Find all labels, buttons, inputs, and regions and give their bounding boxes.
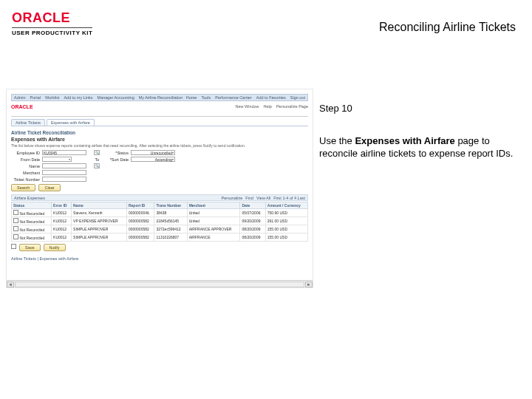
nav-link[interactable]: Sign out <box>290 95 305 100</box>
nav-link[interactable]: Tools <box>201 95 211 100</box>
tab-airline-tickets[interactable]: Airline Tickets <box>11 119 45 126</box>
employee-id-field[interactable]: KU0045 <box>42 150 86 155</box>
personalize-link[interactable]: Personalize <box>222 196 243 200</box>
sub-bar <box>11 112 308 117</box>
notify-button[interactable]: Notify <box>44 244 66 251</box>
cell: 0000000582 <box>126 217 154 225</box>
th-name[interactable]: Name <box>72 202 127 209</box>
inner-page-heading: Expenses with Airfare <box>11 137 308 142</box>
cell: 0000000582 <box>126 225 154 233</box>
nav-link[interactable]: Add to my Links <box>64 95 92 100</box>
mini-link[interactable]: Personalize Page <box>276 104 308 109</box>
product-subtitle: USER PRODUCTIVITY KIT <box>12 27 92 36</box>
row-checkbox[interactable] <box>13 210 18 215</box>
instruction-text: Use the Expenses with Airfare page to re… <box>319 134 517 160</box>
mini-link[interactable]: Help <box>264 104 272 109</box>
th-status[interactable]: Status <box>12 202 52 209</box>
brand-block: ORACLE USER PRODUCTIVITY KIT <box>12 10 92 36</box>
cell: 05/07/2006 <box>240 209 265 217</box>
row-checkbox[interactable] <box>13 226 18 231</box>
cell: 11310226807 <box>154 233 187 242</box>
label-name: Name <box>11 164 42 168</box>
select-all-checkbox[interactable] <box>11 244 16 249</box>
status-select[interactable]: Unreconciled <box>131 150 175 155</box>
cell: KU0012 <box>52 233 72 242</box>
th-date[interactable]: Date <box>240 202 265 209</box>
cell: 21845d56145 <box>154 217 187 225</box>
nav-link[interactable]: Add to Favorites <box>256 95 286 100</box>
merchant-field[interactable] <box>42 170 86 175</box>
clear-button[interactable]: Clear <box>38 184 60 191</box>
tab-strip: Airline Tickets Expenses with Airfare <box>11 119 308 126</box>
horizontal-scrollbar[interactable]: ◄ ► <box>7 280 313 287</box>
mini-link[interactable]: New Window <box>235 104 259 109</box>
th-merchant[interactable]: Merchant <box>187 202 240 209</box>
cell: 0000000582 <box>126 233 154 242</box>
label-to: To <box>94 157 103 162</box>
from-date-field[interactable] <box>42 157 72 162</box>
cell: Not Reconciled <box>12 225 52 233</box>
scroll-left-icon[interactable]: ◄ <box>7 282 14 287</box>
pager-range: First 1-4 of 4 Last <box>273 196 305 200</box>
section-title: Airline Ticket Reconciliation <box>11 130 308 135</box>
nav-link[interactable]: Worklist <box>45 95 59 100</box>
tab-expenses-with-airfare[interactable]: Expenses with Airfare <box>47 119 95 126</box>
table-row[interactable]: Not ReconciledKU0012SIMPLE APPROVER00000… <box>12 233 308 242</box>
row-checkbox[interactable] <box>13 218 18 223</box>
label-from-date: From Date <box>11 157 42 162</box>
nav-link[interactable]: Home <box>186 95 197 100</box>
step-label: Step 10 <box>319 102 517 115</box>
instruction-pre: Use the <box>319 135 355 146</box>
nav-link[interactable]: Admin <box>14 95 26 100</box>
cell: United <box>187 209 240 217</box>
cell: 0000000046 <box>126 209 154 217</box>
label-status: *Status <box>103 151 131 155</box>
cell: 08/20/2009 <box>240 225 265 233</box>
oracle-logo: ORACLE <box>12 10 70 26</box>
cell: United <box>187 217 240 225</box>
cell: 38438 <box>154 209 187 217</box>
table-row[interactable]: Not ReconciledKU0012SIMPLE APPROVER00000… <box>12 225 308 233</box>
sort-date-select[interactable]: Ascending <box>131 157 175 162</box>
cell: Not Reconciled <box>12 233 52 242</box>
find-link[interactable]: Find <box>245 196 253 200</box>
nav-link[interactable]: Portal <box>30 95 41 100</box>
th-amount[interactable]: Amount / Currency <box>265 202 307 209</box>
table-row[interactable]: Not ReconciledKU0012VP EXPENSE APPROVER0… <box>12 217 308 225</box>
name-field[interactable] <box>42 163 86 168</box>
view-all-link[interactable]: View All <box>256 196 270 200</box>
cell: Stevens, Kenneth <box>72 209 127 217</box>
scroll-right-icon[interactable]: ► <box>305 282 313 287</box>
search-criteria: Employee ID KU0045 *Status Unreconciled … <box>11 150 308 182</box>
ticket-number-field[interactable] <box>42 177 86 182</box>
results-caption: Airfare Expenses <box>14 196 45 200</box>
save-button[interactable]: Save <box>19 244 41 251</box>
nav-link[interactable]: My Airline Reconciliation <box>139 95 183 100</box>
cell: KU0012 <box>52 217 72 225</box>
search-button[interactable]: Search <box>11 184 35 191</box>
nav-link[interactable]: Manager Accounting <box>98 95 134 100</box>
mini-oracle-logo: ORACLE <box>11 104 33 109</box>
cell: VP EXPENSE APPROVER <box>72 217 127 225</box>
nav-link[interactable]: Performance Center <box>215 95 252 100</box>
cell: SIMPLE APPROVER <box>72 233 127 242</box>
cell: 08/20/2009 <box>240 233 265 242</box>
embedded-screenshot: Admin Portal Worklist Add to my Links Ma… <box>6 89 313 288</box>
label-merchant: Merchant <box>11 171 42 175</box>
table-row[interactable]: Not ReconciledKU0012Stevens, Kenneth0000… <box>12 209 308 217</box>
th-error-id[interactable]: Error ID <box>52 202 72 209</box>
cell: AIRFRANCE APPROVER <box>187 225 240 233</box>
label-ticket-number: Ticket Number <box>11 177 42 182</box>
lookup-icon[interactable] <box>94 163 100 168</box>
scroll-track[interactable] <box>15 282 304 287</box>
cell: KU0012 <box>52 225 72 233</box>
row-checkbox[interactable] <box>13 234 18 239</box>
hint-text: The list below shows expense reports con… <box>11 143 308 148</box>
label-employee-id: Employee ID <box>11 151 42 155</box>
bottom-tab-links[interactable]: Airline Tickets | Expenses with Airfare <box>11 256 78 261</box>
cell: 155.00 USD <box>265 225 307 233</box>
th-report-id[interactable]: Report ID <box>126 202 154 209</box>
th-trans-number[interactable]: Trans Number <box>154 202 187 209</box>
results-table: Status Error ID Name Report ID Trans Num… <box>11 202 308 242</box>
lookup-icon[interactable] <box>94 150 100 155</box>
